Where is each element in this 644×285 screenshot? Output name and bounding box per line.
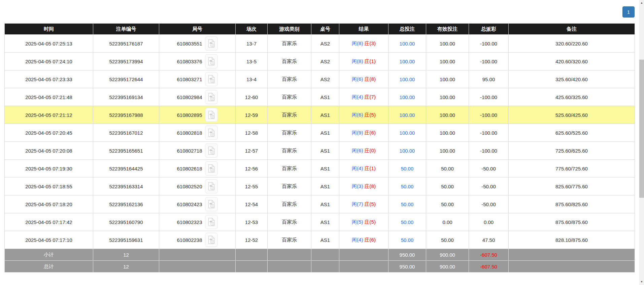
cell-round-id: 610802423 (159, 195, 236, 213)
video-replay-button[interactable] (205, 161, 218, 176)
video-replay-button[interactable] (205, 126, 218, 140)
column-header-6: 结果 (339, 24, 388, 35)
cell-result: 闲(9) 庄(6) (339, 124, 388, 142)
result-banker: 庄(5) (365, 112, 376, 118)
total-bet-link[interactable]: 50.00 (401, 237, 414, 243)
table-row[interactable]: 2025-04-05 07:23:33522395172644610803271… (5, 70, 635, 88)
summary-empty-session (236, 261, 268, 273)
video-replay-button[interactable] (205, 72, 218, 86)
cell-valid-bet: 100.00 (426, 35, 469, 53)
summary-empty-round (159, 249, 236, 261)
video-replay-button[interactable] (205, 90, 218, 104)
video-replay-button[interactable] (205, 233, 218, 247)
scrollbar-down-arrow-icon[interactable]: ▼ (639, 280, 644, 284)
total-bet-link[interactable]: 100.00 (400, 59, 415, 64)
video-replay-button[interactable] (205, 197, 218, 211)
cell-result: 闲(8) 庄(3) (339, 35, 388, 53)
cell-table-no: AS1 (311, 88, 339, 106)
cell-remark: 775.60/725.60 (509, 160, 635, 178)
video-file-icon (208, 200, 215, 209)
video-replay-button[interactable] (205, 144, 218, 158)
total-bet-link[interactable]: 100.00 (400, 76, 415, 82)
table-row[interactable]: 2025-04-05 07:18:20522395162136610802423… (5, 195, 635, 213)
total-bet-link[interactable]: 100.00 (400, 112, 415, 118)
cell-game-type: 百家乐 (268, 106, 311, 124)
result-banker: 庄(0) (365, 148, 376, 153)
cell-payout: -100.00 (469, 35, 509, 53)
table-row[interactable]: 2025-04-05 07:17:10522395159631610802238… (5, 231, 635, 249)
cell-bet-id: 522395167012 (93, 124, 159, 142)
total-bet-link[interactable]: 100.00 (400, 130, 415, 136)
total-bet-link[interactable]: 50.00 (401, 201, 414, 207)
cell-session: 12-55 (236, 178, 268, 195)
cell-remark: 420.60/320.60 (509, 53, 635, 70)
cell-time: 2025-04-05 07:19:30 (5, 160, 93, 178)
total-bet-link[interactable]: 100.00 (400, 41, 415, 46)
table-row[interactable]: 2025-04-05 07:17:42522395160790610802323… (5, 213, 635, 231)
table-row[interactable]: 2025-04-05 07:21:48522395169134610802984… (5, 88, 635, 106)
video-file-icon (208, 93, 215, 101)
total-bet-link[interactable]: 50.00 (401, 184, 414, 189)
total-bet-link[interactable]: 50.00 (401, 166, 414, 171)
cell-session: 12-53 (236, 213, 268, 231)
cell-session: 12-59 (236, 106, 268, 124)
scrollbar-thumb[interactable] (639, 60, 644, 198)
cell-remark: 325.60/420.60 (509, 70, 635, 88)
scrollbar-up-arrow-icon[interactable]: ▲ (639, 1, 644, 5)
total-bet-link[interactable]: 50.00 (401, 219, 414, 225)
cell-time: 2025-04-05 07:18:20 (5, 195, 93, 213)
summary-empty-result (339, 261, 388, 273)
pagination-page-1-button[interactable]: 1 (622, 6, 635, 18)
vertical-scrollbar[interactable]: ▲ ▼ (639, 0, 644, 285)
table-row[interactable]: 2025-04-05 07:24:10522395173994610803376… (5, 53, 635, 70)
cell-remark: 525.60/425.60 (509, 106, 635, 124)
round-number: 610802423 (177, 201, 202, 207)
summary-total-bet: 950.00 (388, 249, 426, 261)
summary-payout: -607.50 (469, 261, 509, 273)
cell-table-no: AS1 (311, 142, 339, 160)
table-row[interactable]: 2025-04-05 07:18:55522395163314610802520… (5, 178, 635, 195)
cell-table-no: AS1 (311, 231, 339, 249)
table-row[interactable]: 2025-04-05 07:20:08522395165651610802718… (5, 142, 635, 160)
table-header: 时间注单编号局号场次游戏类别桌号结果总投注有效投注总派彩备注 (5, 24, 635, 35)
table-row[interactable]: 2025-04-05 07:20:45522395167012610802818… (5, 124, 635, 142)
video-file-icon (208, 128, 215, 137)
cell-session: 13-7 (236, 35, 268, 53)
cell-game-type: 百家乐 (268, 124, 311, 142)
column-header-2: 局号 (159, 24, 236, 35)
cell-total-bet: 50.00 (388, 160, 426, 178)
cell-time: 2025-04-05 07:25:13 (5, 35, 93, 53)
column-header-10: 备注 (509, 24, 635, 35)
cell-result: 闲(3) 庄(8) (339, 178, 388, 195)
cell-remark: 725.60/625.60 (509, 142, 635, 160)
round-number: 610802520 (177, 184, 202, 189)
cell-table-no: AS1 (311, 195, 339, 213)
total-bet-link[interactable]: 100.00 (400, 148, 415, 154)
cell-total-bet: 100.00 (388, 124, 426, 142)
cell-result: 闲(4) 庄(6) (339, 231, 388, 249)
round-number: 610802984 (177, 94, 202, 100)
video-replay-button[interactable] (205, 36, 218, 51)
cell-game-type: 百家乐 (268, 35, 311, 53)
cell-payout: 95.00 (469, 70, 509, 88)
cell-bet-id: 522395167988 (93, 106, 159, 124)
video-replay-button[interactable] (205, 54, 218, 68)
result-player: 闲(3) (352, 183, 363, 189)
cell-valid-bet: 100.00 (426, 88, 469, 106)
video-replay-button[interactable] (205, 179, 218, 193)
round-number: 610802618 (177, 166, 202, 171)
cell-payout: 0.00 (469, 213, 509, 231)
total-bet-link[interactable]: 100.00 (400, 94, 415, 100)
cell-game-type: 百家乐 (268, 160, 311, 178)
cell-valid-bet: 100.00 (426, 70, 469, 88)
table-row[interactable]: 2025-04-05 07:25:13522395176187610803551… (5, 35, 635, 53)
cell-result: 闲(6) 庄(0) (339, 142, 388, 160)
video-replay-button[interactable] (205, 215, 218, 229)
video-replay-button[interactable] (205, 108, 218, 122)
table-row[interactable]: 2025-04-05 07:19:30522395164425610802618… (5, 160, 635, 178)
result-player: 闲(7) (352, 201, 363, 207)
cell-result: 闲(4) 庄(7) (339, 88, 388, 106)
result-player: 闲(8) (352, 58, 363, 64)
cell-bet-id: 522395165651 (93, 142, 159, 160)
table-row[interactable]: 2025-04-05 07:21:12522395167988610802895… (5, 106, 635, 124)
